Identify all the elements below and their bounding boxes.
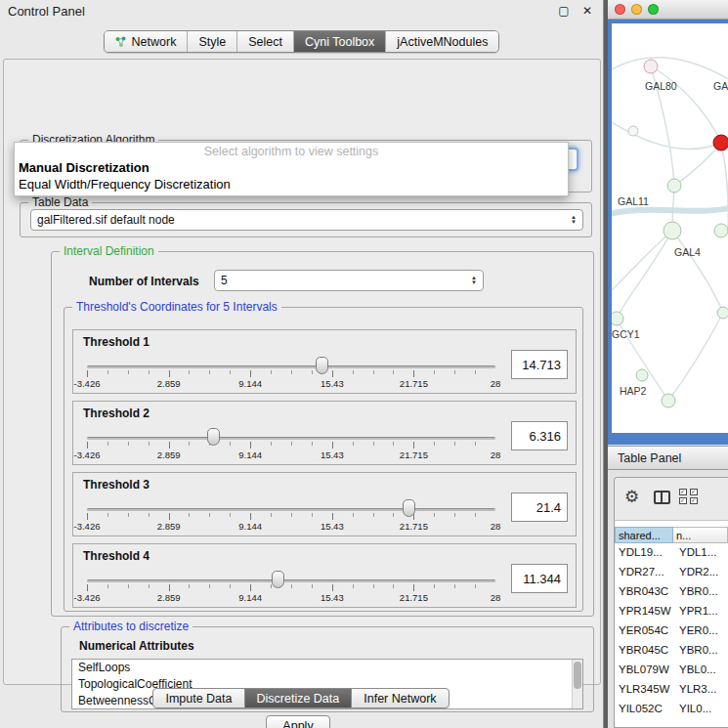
scrollbar-thumb[interactable]	[574, 662, 581, 689]
table-row[interactable]: YPR145WYPR1...	[615, 602, 728, 621]
tab-discretize-data[interactable]: Discretize Data	[244, 688, 353, 708]
table-header-row: shared... n...	[615, 527, 728, 543]
stepper-icon: ▲ ▼	[465, 276, 477, 285]
table-row[interactable]: YIL052CYIL0...	[615, 700, 728, 719]
network-node[interactable]	[664, 222, 681, 239]
checkbox-icon	[679, 497, 687, 504]
slider-major-ticks	[87, 370, 495, 377]
apply-button[interactable]: Apply	[266, 715, 330, 728]
threshold-value-input[interactable]: 14.713	[511, 350, 568, 379]
table-cell: YBR045C	[615, 641, 675, 661]
threshold-value-input[interactable]: 11.344	[511, 564, 568, 593]
combobox-value: 5	[221, 274, 228, 287]
group-title: Interval Definition	[60, 244, 158, 258]
threshold-value-input[interactable]: 21.4	[511, 492, 568, 522]
network-node[interactable]	[612, 312, 623, 325]
slider-scale-labels: -3.4262.8599.14415.4321.71528	[87, 521, 495, 533]
threshold-value-input[interactable]: 6.316	[511, 421, 568, 450]
tab-label: Style	[198, 35, 226, 49]
tab-infer-network[interactable]: Infer Network	[351, 688, 449, 708]
slider-track	[87, 365, 495, 368]
table-panel-header: Table Panel	[608, 446, 728, 470]
threshold-slider[interactable]: -3.4262.8599.14415.4321.71528	[87, 425, 495, 464]
scale-label: 21.715	[400, 378, 428, 389]
close-icon[interactable]: ✕	[579, 4, 595, 18]
attribute-item[interactable]: SelfLoops	[72, 660, 582, 676]
table-row[interactable]: YLR345WYLR3...	[615, 680, 728, 700]
gear-icon[interactable]: ⚙	[624, 487, 639, 507]
slider-scale-labels: -3.4262.8599.14415.4321.71528	[87, 592, 495, 604]
threshold-slider[interactable]: -3.4262.8599.14415.4321.71528	[87, 496, 495, 535]
panel-title: Control Panel	[8, 4, 85, 19]
columns-icon[interactable]	[654, 491, 670, 504]
top-tab-bar: Network Style Select Cyni Toolbox jActiv…	[0, 30, 603, 53]
network-window: GAL80GAGAL11GAL4GCY1HAP2	[608, 0, 728, 445]
scale-label: 21.715	[400, 521, 428, 532]
table-row[interactable]: YBR043CYBR0...	[615, 582, 728, 602]
tab-label: Cyni Toolbox	[305, 35, 374, 49]
cyni-toolbox-panel: Discretization Algorithm Select algorith…	[3, 59, 601, 685]
tab-cyni-toolbox[interactable]: Cyni Toolbox	[293, 31, 385, 52]
slider-thumb[interactable]	[207, 428, 220, 446]
network-node[interactable]	[667, 179, 681, 193]
table-cell: YLR345W	[615, 680, 675, 700]
network-node[interactable]	[713, 135, 728, 150]
network-node[interactable]	[714, 224, 728, 237]
table-cell: YIL0...	[675, 700, 728, 719]
network-node[interactable]	[628, 126, 638, 136]
popup-item-manual-discretization[interactable]: Manual Discretization	[15, 159, 568, 176]
close-traffic-light[interactable]	[615, 4, 625, 15]
threshold-slider[interactable]: -3.4262.8599.14415.4321.71528	[87, 354, 495, 393]
network-node[interactable]	[636, 369, 648, 381]
tab-group: Network Style Select Cyni Toolbox jActiv…	[104, 30, 500, 53]
threshold-panel-4: Threshold 4-3.4262.8599.14415.4321.71528…	[72, 543, 577, 608]
table-cell: YBL0...	[675, 661, 728, 680]
network-frame: GAL80GAGAL11GAL4GCY1HAP2	[608, 20, 728, 445]
column-header-name[interactable]: n...	[673, 527, 728, 543]
table-body: YDL19...YDL1...YDR27...YDR2...YBR043CYBR…	[615, 543, 728, 727]
slider-thumb[interactable]	[316, 357, 328, 374]
tab-jactivemnodules[interactable]: jActiveMNodules	[385, 31, 498, 52]
slider-thumb[interactable]	[403, 499, 415, 517]
network-graph: GAL80GAGAL11GAL4GCY1HAP2	[612, 23, 728, 433]
network-node[interactable]	[662, 394, 675, 407]
column-header-shared[interactable]: shared...	[615, 527, 673, 543]
table-row[interactable]: YER054CYER0...	[615, 621, 728, 641]
table-row[interactable]: YDR27...YDR2...	[615, 563, 728, 582]
group-title: Attributes to discretize	[69, 620, 193, 633]
network-window-titlebar	[608, 0, 728, 20]
column-checkboxes-icon[interactable]	[679, 489, 699, 504]
float-window-icon[interactable]: ▢	[556, 4, 572, 18]
threshold-panel-3: Threshold 3-3.4262.8599.14415.4321.71528…	[72, 472, 577, 536]
table-row[interactable]: YBL079WYBL0...	[615, 661, 728, 680]
threshold-slider[interactable]: -3.4262.8599.14415.4321.71528	[87, 568, 495, 607]
popup-item-equal-width-frequency[interactable]: Equal Width/Frequency Discretization	[15, 176, 568, 193]
table-cell: YDL1...	[675, 543, 728, 563]
table-cell: YER054C	[615, 621, 675, 641]
table-cell: YBR0...	[675, 641, 728, 661]
tab-impute-data[interactable]: Impute Data	[152, 688, 244, 708]
slider-scale-labels: -3.4262.8599.14415.4321.71528	[87, 450, 495, 461]
number-of-intervals-label: Number of Intervals	[89, 275, 199, 288]
scale-label: 9.144	[238, 521, 262, 532]
tab-select[interactable]: Select	[236, 31, 293, 52]
network-node-label: GAL11	[618, 195, 649, 207]
network-node[interactable]	[644, 60, 658, 73]
number-of-intervals-combobox[interactable]: 5 ▲ ▼	[214, 270, 484, 291]
tab-network[interactable]: Network	[105, 31, 188, 52]
scale-label: 15.43	[321, 450, 344, 460]
table-cell: YIL052C	[615, 700, 675, 719]
bottom-tab-bar: Impute Data Discretize Data Infer Networ…	[0, 688, 603, 708]
network-canvas[interactable]: GAL80GAGAL11GAL4GCY1HAP2	[612, 23, 728, 433]
minimize-traffic-light[interactable]	[631, 4, 642, 15]
tab-style[interactable]: Style	[187, 31, 236, 52]
table-row[interactable]: YDL19...YDL1...	[615, 543, 728, 563]
table-data-combobox[interactable]: galFiltered.sif default node ▲ ▼	[30, 209, 583, 231]
table-cell: YDR27...	[615, 563, 675, 582]
slider-thumb[interactable]	[272, 571, 284, 588]
threshold-label: Threshold 2	[83, 407, 150, 420]
network-node[interactable]	[717, 307, 728, 319]
table-row[interactable]: YBR045CYBR0...	[615, 641, 728, 661]
zoom-traffic-light[interactable]	[648, 4, 659, 15]
stepper-icon: ▲ ▼	[565, 215, 577, 225]
